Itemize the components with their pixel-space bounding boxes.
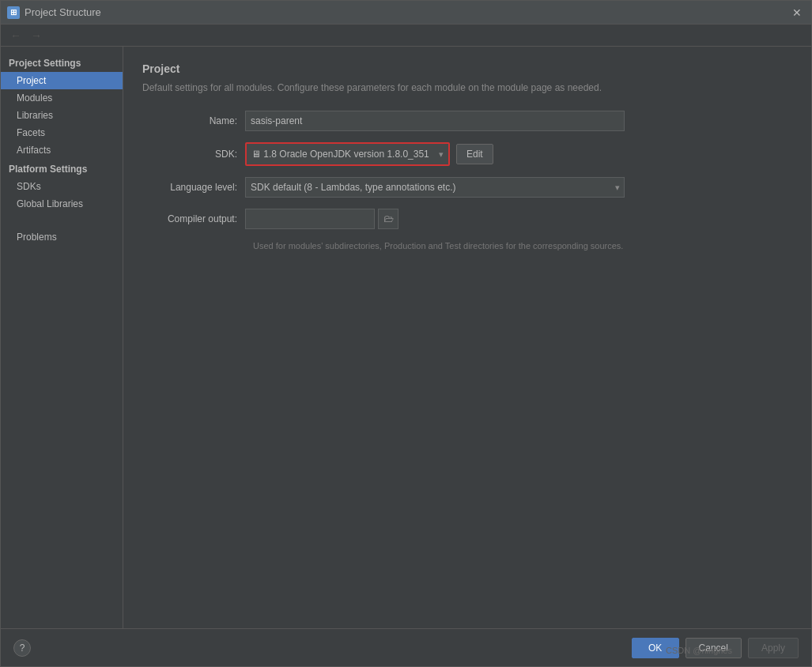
content-title: Project — [142, 62, 792, 75]
language-level-row: Language level: SDK default (8 - Lambdas… — [142, 177, 792, 198]
sidebar-item-problems[interactable]: Problems — [1, 228, 123, 246]
content-description: Default settings for all modules. Config… — [142, 81, 792, 95]
sdk-dropdown-wrapper: 🖥 1.8 Oracle OpenJDK version 1.8.0_351 — [245, 142, 450, 166]
compiler-output-input[interactable] — [245, 209, 375, 229]
watermark: CSDN @ninghes — [666, 646, 732, 655]
forward-button[interactable]: → — [28, 27, 45, 44]
content-area: Project Default settings for all modules… — [123, 47, 811, 628]
language-level-select[interactable]: SDK default (8 - Lambdas, type annotatio… — [245, 177, 625, 198]
apply-button[interactable]: Apply — [748, 638, 799, 658]
sdk-row: SDK: 🖥 1.8 Oracle OpenJDK version 1.8.0_… — [142, 142, 792, 166]
main-content: Project Settings Project Modules Librari… — [1, 47, 811, 628]
sidebar-item-project[interactable]: Project — [1, 72, 123, 89]
app-icon: ⊞ — [7, 6, 20, 19]
bottom-left: ? — [13, 639, 625, 657]
sidebar-item-libraries[interactable]: Libraries — [1, 107, 123, 124]
sidebar-item-artifacts[interactable]: Artifacts — [1, 141, 123, 159]
sdk-edit-button[interactable]: Edit — [456, 144, 493, 164]
name-control — [245, 111, 625, 131]
compiler-output-label: Compiler output: — [142, 213, 245, 224]
close-button[interactable]: ✕ — [789, 5, 805, 21]
toolbar: ← → — [1, 24, 811, 47]
sdk-select-container[interactable]: 🖥 1.8 Oracle OpenJDK version 1.8.0_351 — [247, 144, 448, 164]
name-input[interactable] — [245, 111, 625, 131]
sidebar-item-modules[interactable]: Modules — [1, 89, 123, 107]
title-bar: ⊞ Project Structure ✕ — [1, 1, 811, 24]
project-settings-header: Project Settings — [1, 53, 123, 72]
sidebar-item-global-libraries[interactable]: Global Libraries — [1, 195, 123, 213]
language-level-label: Language level: — [142, 182, 245, 193]
sidebar-item-sdks[interactable]: SDKs — [1, 178, 123, 195]
sidebar: Project Settings Project Modules Librari… — [1, 47, 123, 628]
folder-browse-button[interactable]: 🗁 — [378, 209, 398, 229]
back-button[interactable]: ← — [7, 27, 25, 44]
name-row: Name: — [142, 111, 792, 131]
language-level-control[interactable]: SDK default (8 - Lambdas, type annotatio… — [245, 177, 625, 198]
compiler-output-control: 🗁 — [245, 209, 398, 229]
sdk-select[interactable]: 🖥 1.8 Oracle OpenJDK version 1.8.0_351 — [247, 144, 448, 164]
sdk-label: SDK: — [142, 149, 245, 160]
sidebar-item-facets[interactable]: Facets — [1, 124, 123, 141]
help-button[interactable]: ? — [13, 639, 31, 657]
compiler-output-row: Compiler output: 🗁 — [142, 209, 792, 229]
dialog-title: Project Structure — [25, 6, 789, 18]
platform-settings-header: Platform Settings — [1, 159, 123, 178]
project-structure-dialog: ⊞ Project Structure ✕ ← → Project Settin… — [0, 0, 812, 667]
name-label: Name: — [142, 115, 245, 126]
compiler-hint: Used for modules' subdirectories, Produc… — [253, 240, 792, 252]
